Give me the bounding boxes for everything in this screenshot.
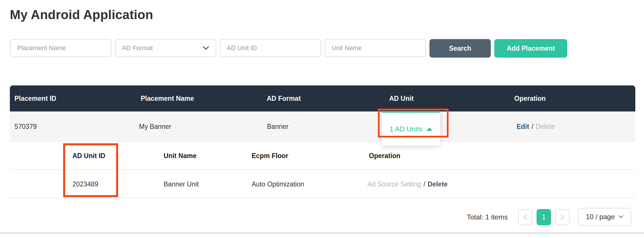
col-header-placement-name: Placement Name	[141, 85, 194, 111]
operation-separator: /	[529, 123, 535, 131]
col-header-ad-unit: AD Unit	[389, 85, 414, 111]
placement-name-input[interactable]	[10, 39, 111, 57]
col-header-ad-format: AD Format	[267, 85, 301, 111]
add-placement-button[interactable]: Add Placement	[494, 39, 567, 58]
suboperation-separator: /	[421, 180, 427, 188]
pagination-next-button[interactable]	[555, 209, 570, 225]
triangle-up-icon	[427, 127, 432, 131]
delete-link[interactable]: Delete	[536, 123, 555, 131]
cell-placement-id: 570379	[14, 111, 37, 142]
unit-name-input[interactable]	[325, 39, 426, 57]
chevron-right-icon	[560, 214, 565, 220]
subcell-unit-name: Banner Unit	[164, 170, 199, 198]
subcell-ad-unit-id: 2023489	[72, 170, 98, 198]
col-header-placement-id: Placement ID	[14, 85, 56, 111]
cell-operation: Edit / Delete	[517, 111, 555, 142]
subtable-row: 2023489 Banner Unit Auto Optimization Ad…	[10, 170, 635, 198]
pagination-total: Total: 1 items	[467, 209, 508, 225]
sub-delete-link[interactable]: Delete	[428, 180, 448, 188]
subcell-operation: Ad Source Setting / Delete	[367, 170, 448, 198]
subcell-ecpm-floor: Auto Optimization	[252, 170, 304, 198]
cell-placement-name: My Banner	[139, 111, 171, 142]
subcol-header-unit-name: Unit Name	[164, 142, 197, 170]
chevron-down-icon	[618, 215, 623, 219]
subcol-header-ecpm-floor: Ecpm Floor	[252, 142, 288, 170]
pagination-page-1[interactable]: 1	[537, 209, 551, 225]
page-size-select[interactable]: 10 / page	[578, 208, 631, 226]
chevron-down-icon	[202, 46, 209, 50]
bottom-divider	[0, 232, 644, 234]
page-title: My Android Application	[10, 8, 153, 22]
ad-units-toggle[interactable]: 1 AD Units	[382, 111, 440, 146]
ad-source-setting-link[interactable]: Ad Source Setting	[367, 180, 421, 188]
subtable-header-row: AD Unit ID Unit Name Ecpm Floor Operatio…	[10, 142, 635, 170]
ad-format-select[interactable]: AD Format	[115, 39, 216, 57]
ad-format-select-label: AD Format	[122, 44, 153, 52]
page-size-label: 10 / page	[586, 213, 615, 221]
col-header-operation: Operation	[514, 85, 546, 111]
chevron-left-icon	[523, 214, 528, 220]
table-row: 570379 My Banner Banner Edit / Delete	[10, 111, 635, 142]
edit-link[interactable]: Edit	[517, 123, 529, 131]
ad-units-toggle-label: 1 AD Units	[389, 125, 422, 133]
search-button[interactable]: Search	[429, 39, 491, 58]
subcol-header-operation: Operation	[369, 142, 400, 170]
pagination-prev-button[interactable]	[518, 209, 533, 225]
cell-ad-format: Banner	[267, 111, 288, 142]
table-header-row: Placement ID Placement Name AD Format AD…	[10, 85, 635, 111]
ad-unit-id-input[interactable]	[220, 39, 321, 57]
subcol-header-ad-unit-id: AD Unit ID	[72, 142, 105, 170]
